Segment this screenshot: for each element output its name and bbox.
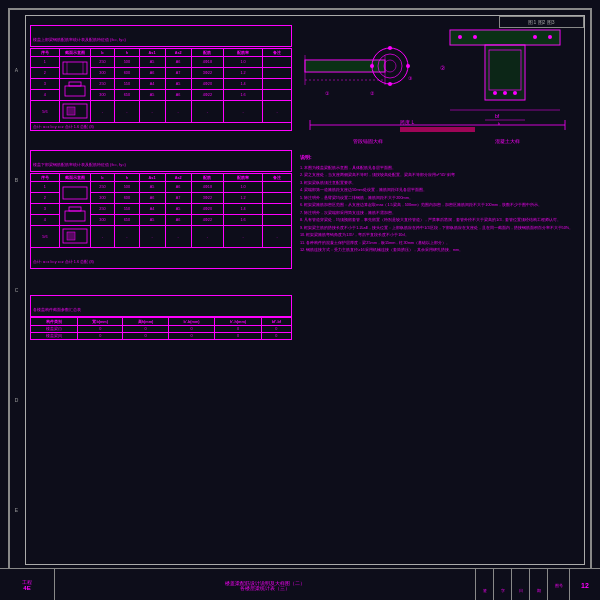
table2-footer: 合计: a=x b=y c=z 合计 1.6 总配 (8) [30,248,292,269]
svg-rect-9 [65,211,85,221]
side-marker-5: E [15,507,18,513]
dimension-bar: 跨度 L [300,115,575,139]
table-row: 3 250 550 A4 A5 4Φ20 1.4 [31,79,292,90]
notes-area: 说明: 1. 本图为楼盖梁配筋示意图，具体配筋见各层平面图。 2. 梁之支座处，… [300,145,578,254]
table-header-row: 序号 截面示意图 b h As1 As2 配筋 配筋率 备注 [31,49,292,57]
sig-cell-1: 签 [476,569,494,600]
svg-rect-7 [63,187,87,199]
table3: 构件类别 宽b(mm) 高h(mm) b'-b(mm) h'-h(mm) bf'… [30,317,292,340]
note-6: 6. 框架梁箍筋加密区范围：从支座边算起取max（1.5梁高，500mm）范围内… [300,202,578,208]
svg-rect-48 [400,127,475,132]
pipe-anchor-diagram: ① ② ③ [300,25,430,125]
bottom-code: 4E [23,585,30,591]
page-number: 12 [581,582,589,589]
table2: 序号 截面示意图 b h As1 As2 配筋 配筋率 备注 1 250 500 [30,173,292,248]
svg-rect-8 [69,207,81,211]
table3-title-bar: 各楼盖构件截面参数汇总表 [30,295,292,317]
th-note: 备注 [263,49,292,57]
table-row: 楼盖梁(II) 0 0 0 0 0 [31,333,292,340]
table1-title: 楼盖上部梁钢筋配筋率统计表及配筋特征值 (fc=, fy=) [33,37,126,42]
svg-text:②: ② [370,90,375,96]
svg-point-33 [533,35,537,39]
bottom-title-block: 工程 4E 楼盖梁配筋设计说明及大样图（二） 各楼层梁统计表（三） 签 字 日 … [0,568,600,600]
table-row: 5/6 - - - - - - - [31,226,292,248]
th-ratio: 配筋率 [224,49,263,57]
svg-point-37 [513,91,517,95]
bottom-left-cell: 工程 4E [0,569,55,600]
sig-cell-3: 日 [512,569,530,600]
note-9: 9. 框架梁主筋的搭接长度不小于1.2LaE，接头位置：上部纵筋应在跨中1/3区… [300,225,578,231]
svg-text:跨度 L: 跨度 L [400,119,414,125]
table-row: 3 250 550 A4 A5 4Φ20 1.4 [31,204,292,215]
th-section: 截面示意图 [59,49,90,57]
sig-cell-5: 图号 [548,569,570,600]
sig-cell-4: 期 [530,569,548,600]
th-as1: As1 [139,49,165,57]
table3-title: 各楼盖构件截面参数汇总表 [33,307,81,312]
svg-rect-6 [67,107,75,115]
side-markers: A B C D E [8,15,25,565]
note-1: 1. 本图为楼盖梁配筋示意图，具体配筋见各层平面图。 [300,165,578,171]
page-number-cell: 12 [570,569,600,600]
th-b: b [90,49,114,57]
table1-section: 楼盖上部梁钢筋配筋率统计表及配筋特征值 (fc=, fy=) 序号 截面示意图 … [30,25,292,131]
svg-rect-0 [63,62,87,74]
note-3: 3. 框架梁纵筋须注意配置要求。 [300,180,578,186]
svg-point-36 [503,91,507,95]
table-row: 5/6 - - - - - - - [31,101,292,123]
note-5: 5. 除注明外，悬臂梁均设置二排钢筋，箍筋间距不大于200mm。 [300,195,578,201]
svg-point-19 [406,64,410,68]
table2-title-bar: 楼盖下部梁钢筋配筋率统计表及配筋特征值 (fc=, fy=) [30,150,292,172]
table1-footer: 合计: a=x b=y c=z 合计 1.6 总配 (8) [30,123,292,131]
table-row: 楼盖梁(I) 0 0 0 0 0 [31,326,292,333]
note-12: 12. 钢筋连接方式：受力主筋直径≥16采用机械连接（套筒挤压），其余采用绑扎搭… [300,247,578,253]
bottom-drawing-sub: 各楼层梁统计表（三） [240,586,290,591]
svg-point-16 [384,60,396,72]
main-container: A B C D E 图1 图2 图3 楼盖上部梁钢筋配筋率统计表及配筋特征值 (… [0,0,600,600]
note-2: 2. 梁之支座处，当支座两侧梁高不等时，须按较高处配置。梁高不等部分应用x²*4… [300,172,578,178]
section-svg-1 [61,58,89,76]
svg-point-35 [493,91,497,95]
note-8: 8. 凡有管道穿梁处，均须预留套管，事先留置（特别是较大直径管道），严禁事后凿洞… [300,217,578,223]
svg-point-32 [473,35,477,39]
th-h: h [115,49,139,57]
svg-rect-4 [65,86,85,96]
table2-section: 楼盖下部梁钢筋配筋率统计表及配筋特征值 (fc=, fy=) 序号 截面示意图 … [30,150,292,269]
table1-title-bar: 楼盖上部梁钢筋配筋率统计表及配筋特征值 (fc=, fy=) [30,25,292,47]
svg-rect-28 [450,30,560,45]
concrete-detail-diagram: bf b ② [440,25,570,125]
svg-text:①: ① [325,90,330,96]
th-as2: As2 [165,49,191,57]
svg-point-20 [370,64,374,68]
table1: 序号 截面示意图 b h As1 As2 配筋 配筋率 备注 1 [30,48,292,123]
side-marker-3: C [15,287,19,293]
svg-point-18 [388,82,392,86]
section-svg-t [61,80,89,98]
note-4: 4. 梁端部第一道箍筋距支座边50mm处设置，箍筋间距详见各层平面图。 [300,187,578,193]
table-row: 1 250 500 A5 A6 4Φ18 1.0 [31,182,292,193]
th-steel: 配筋 [191,49,223,57]
side-marker-1: A [15,67,18,73]
svg-rect-3 [69,82,81,86]
table2-title: 楼盖下部梁钢筋配筋率统计表及配筋特征值 (fc=, fy=) [33,162,126,167]
note-11: 11. 各种构件的混凝土保护层厚度：梁25mm，板15mm，柱30mm（基础以上… [300,240,578,246]
th-num: 序号 [31,49,60,57]
table3-section: 各楼盖构件截面参数汇总表 构件类别 宽b(mm) 高h(mm) b'-b(mm)… [30,295,292,340]
side-marker-2: B [15,177,18,183]
notes-list: 1. 本图为楼盖梁配筋示意图，具体配筋见各层平面图。 2. 梁之支座处，当支座两… [300,165,578,253]
sig-cell-2: 字 [494,569,512,600]
table-row: 1 250 500 A5 A6 4Φ18 1.0 [31,57,292,68]
table3-header-row: 构件类别 宽b(mm) 高h(mm) b'-b(mm) h'-h(mm) bf'… [31,318,292,326]
notes-title: 说明: [300,154,312,160]
svg-point-17 [388,46,392,50]
section-svg-box [61,102,89,120]
table2-header-row: 序号 截面示意图 b h As1 As2 配筋 配筋率 备注 [31,174,292,182]
svg-text:②: ② [440,65,445,71]
svg-point-34 [548,35,552,39]
notes-title-bar: 说明: [300,145,578,163]
note-10: 10. 框架梁箍筋弯钩角度为135°，弯后平直段长度不小于10d。 [300,232,578,238]
svg-rect-11 [67,232,75,240]
svg-text:③: ③ [408,75,413,81]
side-marker-4: D [15,397,19,403]
svg-point-31 [458,35,462,39]
